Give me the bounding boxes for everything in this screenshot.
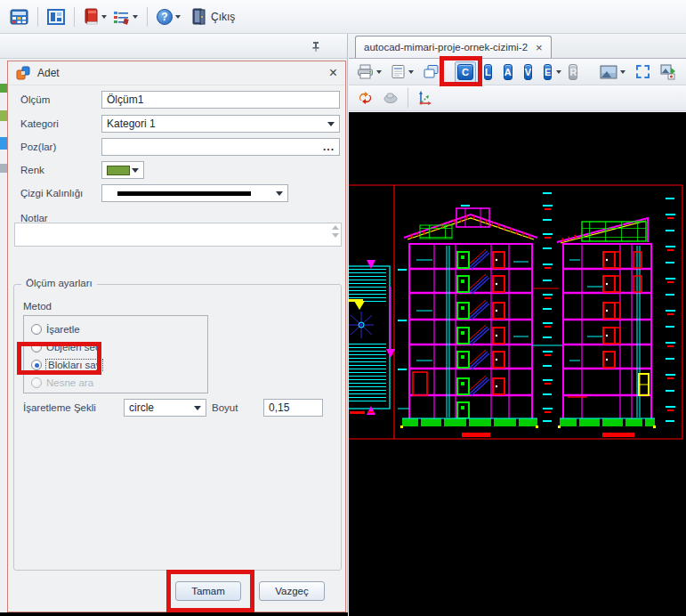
metod-label: Metod (23, 301, 52, 312)
toolbar-separator (74, 7, 75, 27)
exit-button[interactable]: Çıkış (189, 6, 238, 27)
chevron-down-icon (194, 406, 201, 410)
isaretleme-label: İşaretleme Şekli (23, 402, 96, 413)
dialog-titlebar: Adet × (8, 61, 345, 85)
panel-content-sliver (0, 137, 7, 150)
kategori-select[interactable]: Kategori 1 (101, 115, 340, 133)
pan-hand-icon (383, 92, 399, 104)
dialog-close-icon[interactable]: × (329, 66, 337, 80)
annotation-box-bloklari-say (17, 342, 101, 375)
document-tab[interactable]: autocad-mimari-proje-ornek-cizimi-2 × (355, 36, 552, 58)
exit-door-icon (191, 8, 206, 25)
pan-button-disabled (380, 90, 401, 106)
olcum-input[interactable]: Ölçüm1 (101, 91, 340, 109)
olcum-label: Ölçüm (20, 94, 50, 105)
line-weight-sample (117, 191, 251, 196)
notes-scroll-arrows[interactable] (332, 225, 339, 238)
image-style-icon (600, 65, 617, 79)
exit-label: Çıkış (211, 11, 235, 23)
renk-label: Renk (20, 165, 44, 175)
export-page-icon (391, 64, 406, 79)
image-style-button[interactable] (597, 63, 628, 81)
dropdown-caret (175, 15, 181, 19)
ucs-axis-icon (417, 90, 433, 106)
refresh-button[interactable] (354, 89, 376, 107)
poz-input[interactable]: ... (101, 138, 340, 156)
renk-color-select[interactable] (101, 161, 144, 179)
boyut-input[interactable]: 0,15 (263, 399, 323, 417)
print-button[interactable] (354, 62, 384, 81)
dropdown-caret (133, 15, 138, 19)
group-label: Ölçüm ayarları (21, 278, 97, 288)
layer-v-button[interactable]: V (524, 64, 532, 80)
cad-drawing-area[interactable] (349, 112, 686, 616)
calculator-button[interactable] (7, 7, 31, 27)
olcum-ayarlari-group: Ölçüm ayarları Metod İşaretle Objeleri s… (13, 284, 342, 571)
dropdown-caret (408, 70, 414, 74)
kategori-label: Kategori (20, 118, 59, 129)
layer-l-button[interactable]: L (484, 64, 492, 80)
dropdown-caret (556, 70, 561, 74)
boyut-label: Boyut (212, 402, 238, 413)
calculator-icon (10, 9, 28, 25)
layer-e-button[interactable]: E (544, 64, 552, 80)
pin-icon[interactable] (310, 40, 322, 53)
print-icon (357, 64, 374, 79)
toolbar-separator (147, 7, 148, 27)
ucs-button[interactable] (415, 88, 436, 108)
main-toolbar: ? Çıkış (0, 0, 686, 34)
radio-label: Nesne ara (46, 377, 93, 388)
poz-browse-button[interactable]: ... (323, 141, 335, 153)
puzzle-icon (16, 66, 30, 80)
isaretleme-select[interactable]: circle (124, 399, 206, 417)
dialog-title: Adet (37, 67, 60, 79)
panel-header (0, 34, 347, 59)
radio-isaretle[interactable]: İşaretle (31, 322, 80, 336)
cizgi-select[interactable] (101, 184, 288, 202)
olcum-value: Ölçüm1 (107, 93, 143, 106)
dropdown-caret (376, 70, 382, 74)
radio-icon (31, 324, 42, 335)
cizgi-label: Çizgi Kalınlığı (20, 188, 83, 199)
panel-content-sliver (0, 110, 7, 121)
toolbar-separator (37, 7, 38, 27)
selection-rect-icon (636, 65, 650, 78)
poz-label: Poz(lar) (20, 142, 56, 152)
copy-layers-icon (423, 64, 440, 79)
image-transfer-button[interactable] (658, 62, 680, 82)
layer-a-button[interactable]: A (504, 64, 512, 80)
radio-nesne-ara: Nesne ara (31, 376, 93, 390)
notlar-textarea[interactable] (14, 223, 342, 247)
kategori-value: Kategori 1 (107, 118, 156, 130)
list-settings-icon (112, 9, 130, 25)
list-settings-button[interactable] (109, 7, 141, 27)
bottom-black-strip (0, 612, 348, 616)
document-tabbar: autocad-mimari-proje-ornek-cizimi-2 × (349, 34, 686, 59)
selection-rect-button[interactable] (634, 63, 652, 80)
layer-r-button: R (569, 64, 577, 80)
tab-close-icon[interactable]: × (536, 42, 543, 53)
export-page-button[interactable] (388, 62, 416, 81)
layout-window-button[interactable] (44, 7, 68, 27)
dropdown-caret (101, 15, 107, 19)
cad-drawing (349, 112, 686, 616)
red-book-button[interactable] (81, 6, 109, 27)
drawing-toolbar-row2 (349, 85, 686, 111)
vazgec-button[interactable]: Vazgeç (259, 581, 325, 601)
isaretleme-value: circle (129, 401, 154, 414)
image-transfer-icon (660, 64, 677, 80)
document-region: autocad-mimari-proje-ornek-cizimi-2 × (349, 34, 686, 616)
help-button[interactable]: ? (154, 7, 183, 27)
chevron-down-icon (132, 168, 139, 173)
radio-label: İşaretle (46, 324, 80, 335)
annotation-box-c-button (440, 56, 482, 86)
dropdown-caret (620, 70, 625, 74)
chevron-down-icon (327, 122, 335, 126)
red-book-icon (84, 8, 99, 25)
app-window: { "colors": { "annotation_red": "#e01212… (0, 0, 686, 616)
drawing-toolbar-row1: C L A V E R (349, 59, 686, 85)
adet-dialog: Adet × Ölçüm Ölçüm1 Kategori Kategori 1 … (7, 61, 346, 612)
layout-window-icon (47, 9, 65, 25)
panel-content-sliver (0, 164, 7, 173)
help-icon: ? (157, 9, 173, 25)
